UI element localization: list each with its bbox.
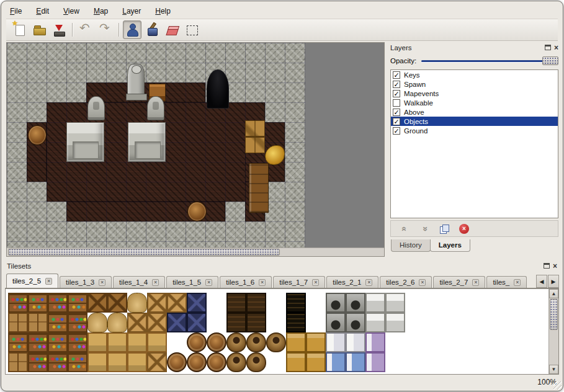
tileset-tab-tiles[interactable]: tiles_× <box>486 276 527 288</box>
tile-crate[interactable] <box>167 293 187 313</box>
tile-crateD[interactable] <box>187 313 207 332</box>
vertical-scrollbar-handle[interactable] <box>550 299 558 330</box>
map-object-cabinet[interactable] <box>249 163 269 213</box>
tile-bench[interactable] <box>147 332 167 352</box>
menu-layer[interactable]: Layer <box>121 6 142 16</box>
tile-oven[interactable] <box>346 313 365 332</box>
tile-bedB[interactable] <box>346 352 365 372</box>
tile-bedB[interactable] <box>326 352 346 372</box>
close-tab-icon[interactable]: × <box>205 279 212 286</box>
tileset-tab-tiles_1_3[interactable]: tiles_1_3× <box>60 276 112 288</box>
menu-help[interactable]: Help <box>154 6 172 16</box>
scroll-down-button[interactable]: ▼ <box>549 365 558 374</box>
tile-bench[interactable] <box>87 332 107 352</box>
tile-crate[interactable] <box>127 313 147 332</box>
dock-tab-history[interactable]: History <box>391 239 431 252</box>
tileset-tab-tiles_1_7[interactable]: tiles_1_7× <box>273 276 325 288</box>
tile-oven[interactable] <box>346 293 365 313</box>
tile-marble[interactable] <box>365 313 385 332</box>
tile-shelf[interactable] <box>48 352 68 372</box>
close-tab-icon[interactable]: × <box>99 279 105 286</box>
float-panel-icon[interactable] <box>544 263 550 269</box>
tile-pot[interactable] <box>226 332 246 352</box>
layer-visibility-checkbox[interactable]: ✓ <box>393 90 400 97</box>
tile-crateD[interactable] <box>167 313 187 332</box>
layer-row-spawn[interactable]: ✓Spawn <box>391 79 558 89</box>
tile-shelf2[interactable] <box>28 293 48 313</box>
layer-visibility-checkbox[interactable]: ✓ <box>393 109 400 116</box>
tile-benchG[interactable] <box>306 352 326 372</box>
map-horizontal-scrollbar[interactable] <box>7 247 384 256</box>
tile-barrel[interactable] <box>167 352 187 372</box>
tile-marble[interactable] <box>385 313 405 332</box>
map-object-grave[interactable] <box>147 96 165 120</box>
tile-cupboard[interactable] <box>8 352 28 372</box>
eraser-tool-button[interactable] <box>163 20 181 39</box>
close-tab-icon[interactable]: × <box>152 279 159 286</box>
tile-benchG[interactable] <box>286 332 306 352</box>
tile-shelf[interactable] <box>28 332 48 352</box>
save-file-button[interactable] <box>50 20 68 39</box>
map-object-barrel[interactable] <box>187 202 206 221</box>
tile-shelf[interactable] <box>48 293 68 313</box>
map-object-altar[interactable] <box>128 122 166 162</box>
tile-sack[interactable] <box>87 313 107 332</box>
new-file-button[interactable] <box>10 20 29 39</box>
tile-oven[interactable] <box>326 313 346 332</box>
tile-marble[interactable] <box>365 293 385 313</box>
float-panel-icon[interactable] <box>545 45 551 50</box>
close-tab-icon[interactable]: × <box>419 279 426 286</box>
tile-sack[interactable] <box>107 313 127 332</box>
layer-row-keys[interactable]: ✓Keys <box>391 70 558 79</box>
tile-bedP[interactable] <box>365 332 385 352</box>
menu-file[interactable]: File <box>9 6 23 16</box>
layer-visibility-checkbox[interactable]: ✓ <box>393 81 400 88</box>
tile-shelf2[interactable] <box>8 332 28 352</box>
player-tool-button[interactable] <box>123 20 141 39</box>
dock-tab-layers[interactable]: Layers <box>430 239 470 252</box>
tile-benchG[interactable] <box>286 352 306 372</box>
tile-shelf[interactable] <box>68 313 87 332</box>
tileset-tab-tiles_1_4[interactable]: tiles_1_4× <box>113 276 165 288</box>
tile-shelfD[interactable] <box>226 293 246 313</box>
layer-visibility-checkbox[interactable] <box>393 99 400 107</box>
undo-button[interactable] <box>76 20 95 39</box>
close-panel-icon[interactable]: × <box>554 45 558 51</box>
close-tab-icon[interactable]: × <box>365 279 372 286</box>
tile-pot[interactable] <box>246 352 266 372</box>
layer-row-mapevents[interactable]: ✓Mapevents <box>391 89 558 98</box>
tile-shelf[interactable] <box>8 293 28 313</box>
map-object-altar[interactable] <box>66 122 104 162</box>
tileset-tab-tiles_2_6[interactable]: tiles_2_6× <box>380 276 432 288</box>
map-object-gold[interactable] <box>265 145 285 165</box>
tile-crate[interactable] <box>147 313 167 332</box>
tile-shelfD[interactable] <box>226 313 246 332</box>
layer-visibility-checkbox[interactable]: ✓ <box>393 71 400 79</box>
raise-layer-button[interactable]: « <box>397 222 412 236</box>
map-object-grave[interactable] <box>87 96 105 120</box>
layer-row-ground[interactable]: ✓Ground <box>391 126 558 135</box>
scroll-up-button[interactable]: ▲ <box>549 289 558 298</box>
scroll-tabs-left-button[interactable]: ◀ <box>536 275 547 288</box>
tile-barrel[interactable] <box>187 352 207 372</box>
select-tool-button[interactable] <box>182 20 201 39</box>
open-file-button[interactable] <box>30 20 48 39</box>
close-tab-icon[interactable]: × <box>45 278 52 285</box>
tile-shelf2[interactable] <box>68 352 87 372</box>
close-panel-icon[interactable]: × <box>553 263 557 269</box>
tile-bench[interactable] <box>107 332 127 352</box>
menu-edit[interactable]: Edit <box>35 6 50 16</box>
opacity-slider[interactable] <box>421 56 558 66</box>
layer-visibility-checkbox[interactable]: ✓ <box>393 127 400 135</box>
layer-row-objects[interactable]: ✓Objects <box>391 117 558 126</box>
close-tab-icon[interactable]: × <box>514 279 521 286</box>
map-object-door[interactable] <box>207 69 230 108</box>
close-tab-icon[interactable]: × <box>312 279 319 286</box>
tile-oven[interactable] <box>326 293 346 313</box>
tile-bedW[interactable] <box>346 332 365 352</box>
tile-crateB[interactable] <box>87 293 107 313</box>
tile-bench[interactable] <box>127 332 147 352</box>
map-canvas[interactable] <box>7 43 305 248</box>
tileset-tab-tiles_2_1[interactable]: tiles_2_1× <box>326 276 378 288</box>
close-tab-icon[interactable]: × <box>472 279 479 286</box>
